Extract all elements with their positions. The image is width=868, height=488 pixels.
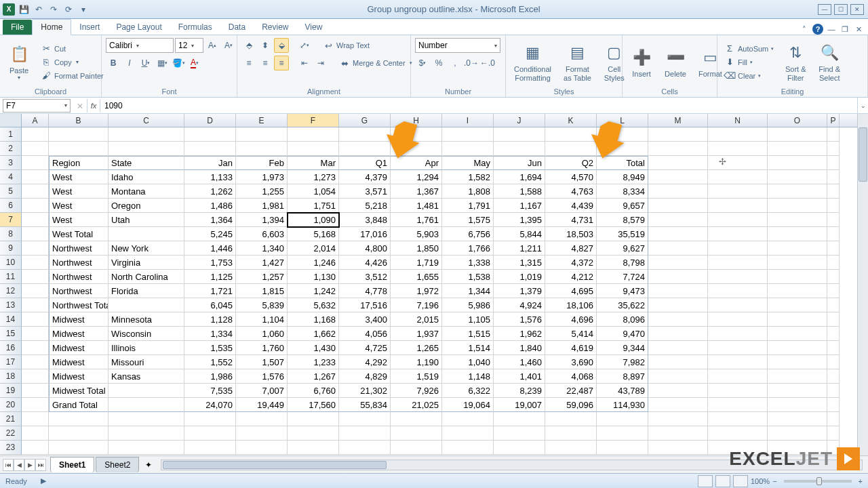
cell[interactable] [827,241,840,256]
cell[interactable]: 1,815 [236,284,288,298]
cell[interactable] [648,284,708,298]
cell[interactable] [768,284,827,298]
cell[interactable] [708,327,768,341]
cell[interactable]: Midwest [49,341,108,355]
cell[interactable]: Mar [288,156,339,170]
cell[interactable] [768,426,827,441]
cell[interactable] [494,127,545,142]
cell[interactable] [708,213,768,227]
row-header-4[interactable]: 4 [0,170,22,184]
cell[interactable]: 3,571 [339,184,391,199]
cell[interactable]: 1,105 [442,312,494,327]
cell[interactable]: 1,242 [288,284,339,298]
cell[interactable] [22,284,49,298]
cell[interactable]: 55,834 [339,398,391,412]
cell[interactable]: 1,719 [391,256,442,270]
cell[interactable] [22,398,49,412]
cell[interactable]: West Total [49,227,108,241]
row-header-1[interactable]: 1 [0,127,22,142]
page-break-view-icon[interactable] [733,475,748,487]
shrink-font-icon[interactable]: A▾ [221,38,236,53]
delete-cells-button[interactable]: ➖Delete [660,45,690,79]
cell[interactable] [827,170,840,184]
cell[interactable]: 1,840 [494,341,545,355]
cell[interactable] [648,270,708,284]
cell[interactable] [288,127,339,142]
sheet-nav-first-icon[interactable]: ⏮ [3,459,14,471]
cell[interactable] [648,312,708,327]
cell[interactable]: 1,808 [442,184,494,199]
hscroll-thumb[interactable] [163,461,387,469]
cell[interactable] [22,369,49,384]
sheet-nav-last-icon[interactable]: ⏭ [35,459,46,471]
maximize-button[interactable]: ☐ [834,4,848,15]
cell[interactable] [22,227,49,241]
column-header-A[interactable]: A [22,114,49,127]
cell[interactable]: 1,552 [184,355,236,369]
cell[interactable] [339,412,391,426]
scroll-thumb[interactable] [859,127,867,182]
cell[interactable] [108,384,184,398]
row-header-19[interactable]: 19 [0,384,22,398]
cell[interactable] [708,284,768,298]
cell[interactable] [108,127,184,142]
row-header-20[interactable]: 20 [0,398,22,412]
cell[interactable] [494,441,545,455]
cell[interactable] [648,426,708,441]
cell[interactable] [648,127,708,142]
cell[interactable]: Illinois [108,341,184,355]
cell[interactable] [22,199,49,213]
column-header-M[interactable]: M [648,114,708,127]
column-header-D[interactable]: D [184,114,236,127]
cell[interactable] [768,199,827,213]
sheet-nav-next-icon[interactable]: ▶ [24,459,35,471]
number-format-combo[interactable]: Number▾ [415,38,500,53]
cell[interactable] [648,170,708,184]
cell[interactable]: Midwest [49,369,108,384]
cell[interactable]: 4,800 [339,241,391,256]
row-header-9[interactable]: 9 [0,241,22,256]
fill-color-icon[interactable]: 🪣▾ [171,56,186,70]
cell[interactable] [768,327,827,341]
cell[interactable]: 4,426 [339,256,391,270]
cell[interactable] [708,199,768,213]
cell[interactable]: 9,657 [597,199,648,213]
workbook-minimize-icon[interactable]: — [826,24,837,35]
cell[interactable]: 19,064 [442,398,494,412]
row-header-5[interactable]: 5 [0,184,22,199]
cell[interactable]: West [49,170,108,184]
font-color-icon[interactable]: A▾ [187,56,202,70]
excel-icon[interactable]: X [3,3,15,16]
cell[interactable]: 1,430 [288,341,339,355]
cell[interactable] [49,127,108,142]
cell[interactable] [442,127,494,142]
cell[interactable]: West [49,184,108,199]
cell[interactable] [22,184,49,199]
cell[interactable]: 1,246 [288,256,339,270]
align-center-icon[interactable]: ≡ [258,56,273,70]
cell[interactable]: 7,724 [597,270,648,284]
cell[interactable] [708,241,768,256]
wrap-text-button[interactable]: ↩Wrap Text [320,39,372,52]
decrease-indent-icon[interactable]: ⇤ [297,56,312,70]
cell[interactable]: Midwest Total [49,384,108,398]
cell[interactable] [49,142,108,156]
cell[interactable]: Idaho [108,170,184,184]
copy-button[interactable]: ⎘Copy▾ [38,56,106,68]
column-header-C[interactable]: C [108,114,184,127]
row-header-15[interactable]: 15 [0,327,22,341]
cell[interactable] [648,441,708,455]
cell[interactable] [648,398,708,412]
cell[interactable]: May [442,156,494,170]
cell[interactable] [708,142,768,156]
percent-format-icon[interactable]: % [431,56,446,70]
cell[interactable] [708,384,768,398]
cell[interactable]: 4,763 [545,184,597,199]
increase-indent-icon[interactable]: ⇥ [313,56,328,70]
cell[interactable] [184,426,236,441]
cell[interactable]: 43,789 [597,384,648,398]
cell[interactable]: 17,016 [339,227,391,241]
cell[interactable] [648,369,708,384]
cell[interactable]: 4,924 [494,298,545,312]
cell[interactable]: 8,897 [597,369,648,384]
